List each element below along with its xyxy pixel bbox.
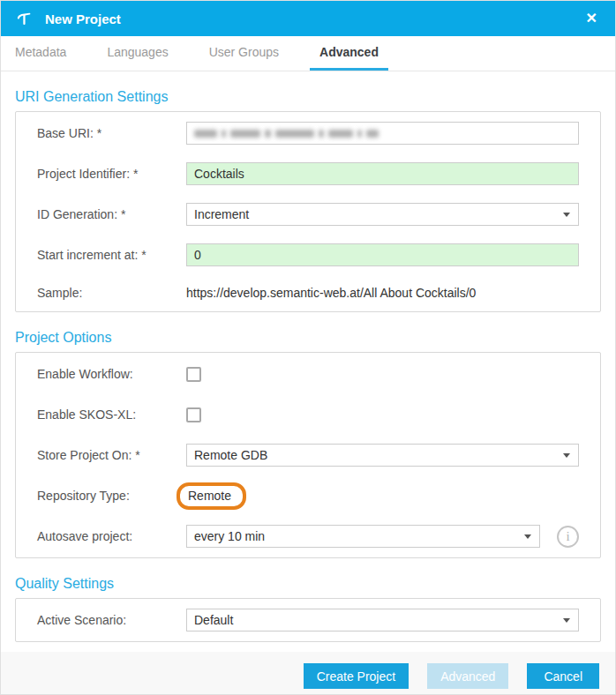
info-icon[interactable]: i (557, 526, 579, 548)
project-options-panel: Enable Workflow: Enable SKOS-XL: Store P… (15, 352, 601, 558)
id-generation-label: ID Generation: * (37, 207, 186, 221)
repository-type-value-annotation: Remote (177, 482, 246, 510)
sample-uri-value: https://develop.semantic-web.at/All Abou… (186, 286, 476, 300)
project-identifier-input[interactable]: Cocktails (186, 162, 579, 185)
enable-workflow-row: Enable Workflow: (16, 354, 600, 394)
sample-label: Sample: (37, 286, 186, 300)
enable-skos-xl-label: Enable SKOS-XL: (37, 407, 186, 422)
store-project-on-value: Remote GDB (194, 448, 267, 462)
project-identifier-label: Project Identifier: * (37, 167, 186, 181)
enable-skos-xl-checkbox[interactable] (186, 407, 201, 422)
tab-bar: Metadata Languages User Groups Advanced (1, 36, 615, 71)
base-uri-input[interactable] (186, 122, 579, 145)
create-project-button[interactable]: Create Project (304, 663, 409, 689)
base-uri-label: Base URI: * (37, 126, 186, 140)
store-project-on-label: Store Project On: * (37, 448, 186, 462)
section-title-project-options: Project Options (15, 330, 601, 345)
project-identifier-row: Project Identifier: * Cocktails (16, 153, 600, 194)
close-icon[interactable]: ✕ (582, 8, 601, 29)
dialog-footer: Create Project Advanced Cancel (1, 652, 615, 694)
uri-generation-panel: Base URI: * Project Identifier: * Cockta… (15, 111, 601, 312)
dialog-body: URI Generation Settings Base URI: * Proj… (1, 71, 615, 652)
id-generation-value: Increment (194, 207, 249, 221)
active-scenario-value: Default (194, 613, 233, 627)
app-logo-icon (15, 10, 33, 27)
tab-advanced[interactable]: Advanced (310, 36, 388, 71)
start-increment-label: Start increment at: * (37, 248, 186, 262)
store-project-on-select[interactable]: Remote GDB (186, 444, 579, 467)
autosave-project-select[interactable]: every 10 min (186, 525, 540, 548)
sample-row: Sample: https://develop.semantic-web.at/… (16, 275, 600, 310)
section-title-quality-settings: Quality Settings (15, 576, 601, 591)
autosave-project-label: Autosave project: (37, 529, 186, 543)
active-scenario-row: Active Scenario: Default (16, 600, 600, 640)
chevron-down-icon (563, 618, 570, 623)
tab-metadata[interactable]: Metadata (15, 36, 76, 71)
dialog-header: New Project ✕ (1, 1, 615, 36)
autosave-project-value: every 10 min (194, 529, 265, 543)
autosave-project-row: Autosave project: every 10 min i (16, 516, 600, 557)
tab-user-groups[interactable]: User Groups (199, 36, 289, 71)
start-increment-input[interactable]: 0 (186, 243, 579, 266)
active-scenario-select[interactable]: Default (186, 609, 579, 631)
repository-type-label: Repository Type: (37, 489, 186, 503)
id-generation-row: ID Generation: * Increment (16, 194, 600, 235)
enable-workflow-label: Enable Workflow: (37, 367, 186, 381)
section-title-uri-generation: URI Generation Settings (15, 89, 601, 104)
start-increment-row: Start increment at: * 0 (16, 235, 600, 275)
base-uri-row: Base URI: * (16, 113, 600, 153)
store-project-on-row: Store Project On: * Remote GDB (16, 435, 600, 475)
advanced-button[interactable]: Advanced (427, 663, 508, 689)
enable-workflow-checkbox[interactable] (186, 367, 201, 382)
tab-languages[interactable]: Languages (97, 36, 177, 71)
quality-settings-panel: Active Scenario: Default (15, 598, 601, 642)
dialog-title: New Project (45, 11, 121, 26)
id-generation-select[interactable]: Increment (186, 203, 579, 226)
enable-skos-xl-row: Enable SKOS-XL: (16, 394, 600, 435)
chevron-down-icon (524, 534, 531, 539)
chevron-down-icon (563, 213, 570, 217)
cancel-button[interactable]: Cancel (527, 663, 599, 689)
active-scenario-label: Active Scenario: (37, 613, 186, 627)
repository-type-row: Repository Type: Remote (16, 475, 600, 516)
chevron-down-icon (563, 453, 570, 458)
redacted-value (194, 130, 383, 138)
